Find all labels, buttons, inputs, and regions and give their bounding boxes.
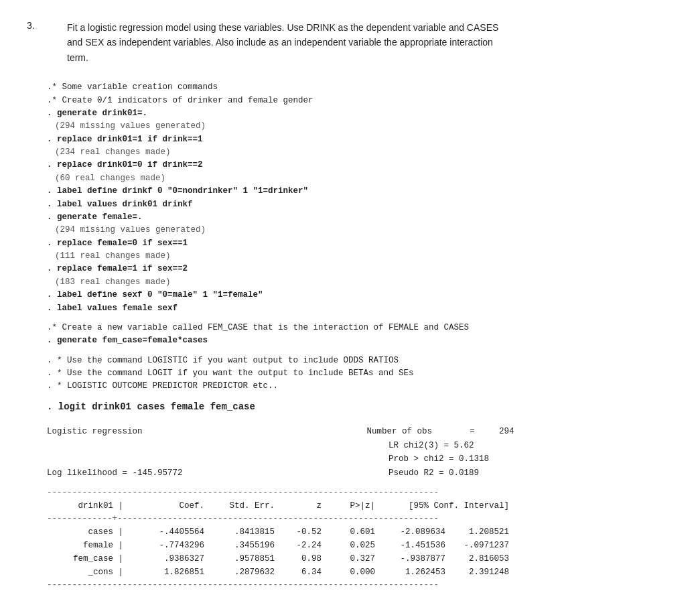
code-cmd6: . generate female=. — [47, 211, 673, 224]
row-stderr: .3455196 — [204, 539, 275, 552]
question-text: Fit a logistic regression model using th… — [67, 20, 498, 65]
log-likelihood: Log likelihood = -145.95772 — [47, 467, 389, 480]
code-paren2: (234 real changes made) — [55, 146, 673, 159]
prob-chi2-label: Prob > chi2 — [389, 454, 444, 464]
n-obs-val: 294 — [499, 425, 514, 438]
code-block: .* Some variable creation commands .* Cr… — [47, 81, 673, 393]
reg-stats-container: Logistic regression Number of obs = 294 — [47, 425, 673, 438]
pseudo-r2-eq: = — [439, 468, 449, 478]
lr-chi2-label: LR chi2(3) — [389, 441, 439, 450]
row-varname: cases | — [47, 525, 127, 539]
regression-table: ----------------------------------------… — [47, 486, 673, 592]
header-p: P>|z| — [322, 500, 375, 513]
code-cmd9: . label define sexf 0 "0=male" 1 "1=fema… — [47, 289, 673, 302]
code-cmd10: . label values female sexf — [47, 302, 673, 315]
code-cmd1: . generate drink01=. — [47, 107, 673, 120]
log-likelihood-label: Log likelihood = -145.95772 — [47, 468, 183, 478]
n-obs-row: Number of obs = 294 — [367, 425, 514, 438]
question-line2: and SEX as independent variables. Also i… — [67, 35, 498, 50]
code-cmd11: . generate fem_case=female*cases — [47, 334, 673, 347]
row-ci-high: 2.391248 — [445, 566, 509, 579]
row-ci-low: -1.451536 — [375, 539, 445, 552]
code-comment3: .* Create a new variable called FEM_CASE… — [47, 322, 673, 334]
code-cmd4: . label define drinkf 0 "0=nondrinker" 1… — [47, 185, 673, 198]
row-stderr: .9578851 — [204, 552, 275, 566]
row-p: 0.327 — [322, 552, 375, 566]
table-header-row: drink01 | Coef. Std. Err. z P>|z| [95% C… — [47, 500, 673, 513]
reg-right-stats: LR chi2(3) = 5.62 Prob > chi2 = 0.1318 — [389, 440, 673, 466]
row-stderr: .2879632 — [204, 566, 275, 579]
row-coef: -.7743296 — [127, 539, 204, 552]
row-varname: fem_case | — [47, 552, 127, 566]
row-coef: .9386327 — [127, 552, 204, 566]
row-ci-low: -2.089634 — [375, 525, 445, 539]
code-comment6: . * LOGISTIC OUTCOME PREDICTOR PREDICTOR… — [47, 380, 673, 393]
top-dashes: ----------------------------------------… — [47, 486, 673, 499]
code-paren3: (60 real changes made) — [55, 172, 673, 185]
lr-chi2-row: LR chi2(3) = 5.62 — [389, 440, 673, 452]
row-ci-high: 2.816053 — [445, 552, 509, 566]
code-cmd7: . replace female=0 if sex==1 — [47, 237, 673, 250]
table-row: female | -.7743296 .3455196 -2.24 0.025 … — [47, 539, 673, 552]
table-row: _cons | 1.826851 .2879632 6.34 0.000 1.2… — [47, 566, 673, 579]
code-cmd5: . label values drink01 drinkf — [47, 198, 673, 211]
prob-chi2-row: Prob > chi2 = 0.1318 — [389, 453, 673, 466]
row-coef: 1.826851 — [127, 566, 204, 579]
question-line1: Fit a logistic regression model using th… — [67, 20, 498, 35]
code-comment4: . * Use the command LOGISTIC if you want… — [47, 354, 673, 367]
lr-eq: = — [444, 441, 454, 450]
bottom-dashes: ----------------------------------------… — [47, 579, 673, 592]
row-varname: female | — [47, 539, 127, 552]
reg-left-spacer — [47, 440, 389, 466]
reg-stats-right: Number of obs = 294 — [354, 425, 674, 438]
header-stderr: Std. Err. — [204, 500, 275, 513]
header-coef: Coef. — [127, 500, 204, 513]
question-section: 3. Fit a logistic regression model using… — [27, 20, 673, 65]
pseudo-r2-container: Pseudo R2 = 0.0189 — [389, 467, 673, 480]
code-cmd3: . replace drink01=0 if drink==2 — [47, 159, 673, 172]
pseudo-r2-label: Pseudo R2 — [389, 468, 434, 478]
row-p: 0.025 — [322, 539, 375, 552]
header-varname: drink01 | — [47, 500, 127, 513]
reg-title: Logistic regression — [47, 425, 354, 438]
row-z: 6.34 — [275, 566, 322, 579]
n-obs-eq-sign: = — [470, 425, 475, 438]
pseudo-r2-val: 0.0189 — [449, 468, 479, 478]
header-z: z — [275, 500, 322, 513]
table-row: cases | -.4405564 .8413815 -0.52 0.601 -… — [47, 525, 673, 539]
row-varname: _cons | — [47, 566, 127, 579]
table-row: fem_case | .9386327 .9578851 0.98 0.327 … — [47, 552, 673, 566]
row-ci-high: -.0971237 — [445, 539, 509, 552]
code-comment2: .* Create 0/1 indicators of drinker and … — [47, 94, 673, 107]
question-number: 3. — [27, 20, 47, 31]
row-z: 0.98 — [275, 552, 322, 566]
prob-eq: = — [449, 454, 459, 464]
row-ci-low: 1.262453 — [375, 566, 445, 579]
lr-chi2-val: 5.62 — [454, 441, 474, 450]
table-rows-container: cases | -.4405564 .8413815 -0.52 0.601 -… — [47, 525, 673, 579]
n-obs-label: Number of obs — [367, 425, 433, 438]
code-comment1: .* Some variable creation commands — [47, 81, 673, 94]
reg-stats-full: LR chi2(3) = 5.62 Prob > chi2 = 0.1318 — [47, 440, 673, 466]
logit-command: . logit drink01 cases female fem_case — [47, 401, 673, 412]
regression-output: Logistic regression Number of obs = 294 … — [47, 425, 673, 592]
header-ci: [95% Conf. Interval] — [375, 500, 509, 513]
code-paren6: (183 real changes made) — [55, 276, 673, 289]
code-cmd2: . replace drink01=1 if drink==1 — [47, 133, 673, 146]
row-ci-high: 1.208521 — [445, 525, 509, 539]
code-paren4: (294 missing values generated) — [55, 224, 673, 237]
reg-loglik-row: Log likelihood = -145.95772 Pseudo R2 = … — [47, 467, 673, 480]
sub-dashes: -------------+--------------------------… — [47, 513, 673, 525]
code-cmd8: . replace female=1 if sex==2 — [47, 263, 673, 275]
row-z: -2.24 — [275, 539, 322, 552]
row-p: 0.000 — [322, 566, 375, 579]
row-p: 0.601 — [322, 525, 375, 539]
code-paren5: (111 real changes made) — [55, 250, 673, 263]
code-paren1: (294 missing values generated) — [55, 120, 673, 133]
question-line3: term. — [67, 50, 498, 65]
row-ci-low: -.9387877 — [375, 552, 445, 566]
prob-chi2-val: 0.1318 — [459, 454, 489, 464]
row-stderr: .8413815 — [204, 525, 275, 539]
code-comment5: . * Use the command LOGIT if you want th… — [47, 367, 673, 380]
row-z: -0.52 — [275, 525, 322, 539]
